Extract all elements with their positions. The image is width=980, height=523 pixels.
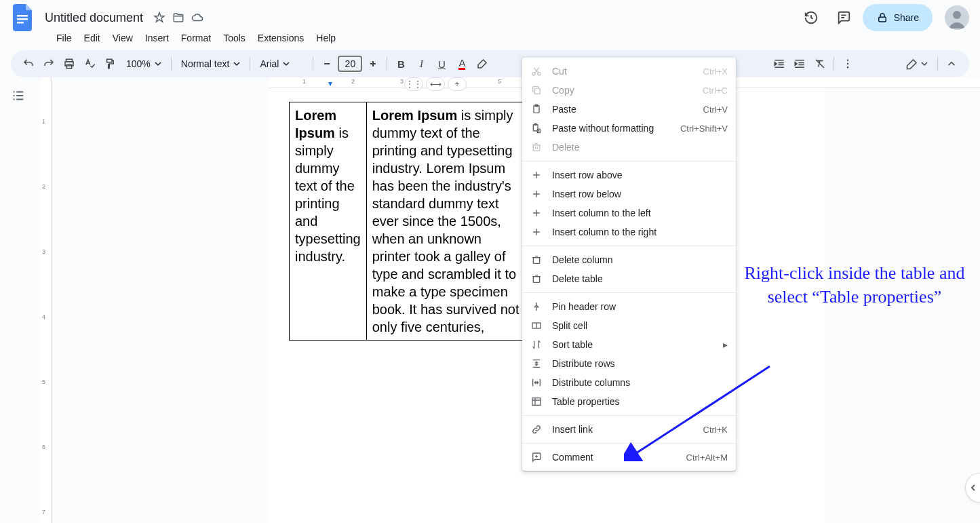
menu-item-pin-header-row[interactable]: Pin header row xyxy=(522,297,736,316)
svg-rect-22 xyxy=(533,277,539,283)
paste-icon xyxy=(530,104,543,115)
clear-format-icon[interactable] xyxy=(810,54,829,73)
plus-icon xyxy=(530,170,543,180)
account-avatar[interactable] xyxy=(945,5,969,30)
bold-icon[interactable]: B xyxy=(391,54,410,73)
menu-item-distribute-rows[interactable]: Distribute rows xyxy=(522,354,736,373)
sort-icon xyxy=(530,339,543,350)
decrease-font-icon[interactable] xyxy=(317,54,336,73)
font-select[interactable]: Arial xyxy=(254,58,309,69)
comments-icon[interactable] xyxy=(830,4,857,31)
svg-rect-15 xyxy=(534,88,540,94)
menu-tools[interactable]: Tools xyxy=(218,30,250,46)
delete-icon xyxy=(530,142,543,153)
document-title[interactable]: Untitled document xyxy=(41,9,147,26)
dist-col-icon xyxy=(530,377,543,388)
pin-icon xyxy=(530,301,543,312)
svg-point-12 xyxy=(847,66,848,68)
svg-point-11 xyxy=(847,63,848,64)
svg-rect-0 xyxy=(17,15,28,17)
svg-point-10 xyxy=(847,60,848,61)
underline-icon[interactable]: U xyxy=(432,54,451,73)
paint-format-icon[interactable] xyxy=(100,54,119,73)
menu-item-paste-without-formatting[interactable]: Paste without formattingCtrl+Shift+V xyxy=(522,119,736,138)
trash-icon xyxy=(530,273,543,284)
menu-item-paste[interactable]: PasteCtrl+V xyxy=(522,100,736,119)
table-cell[interactable]: Lorem Ipsum is simply dummy text of the … xyxy=(366,102,526,341)
table-add-icon[interactable]: + xyxy=(448,77,467,91)
menu-item-distribute-columns[interactable]: Distribute columns xyxy=(522,373,736,392)
menu-file[interactable]: File xyxy=(52,30,77,46)
comment-icon xyxy=(530,452,543,463)
docs-logo[interactable] xyxy=(11,5,35,30)
cloud-icon[interactable] xyxy=(191,11,204,24)
menu-item-insert-link[interactable]: Insert linkCtrl+K xyxy=(522,420,736,439)
menu-item-insert-row-below[interactable]: Insert row below xyxy=(522,185,736,204)
redo-icon[interactable] xyxy=(39,54,58,73)
menu-bar: FileEditViewInsertFormatToolsExtensionsH… xyxy=(11,30,969,50)
link-icon xyxy=(530,424,543,435)
menu-item-table-properties[interactable]: Table properties xyxy=(522,392,736,411)
svg-point-5 xyxy=(953,11,961,19)
menu-item-delete: Delete xyxy=(522,138,736,157)
history-icon[interactable] xyxy=(798,4,825,31)
menu-format[interactable]: Format xyxy=(176,30,216,46)
menu-item-delete-column[interactable]: Delete column xyxy=(522,250,736,269)
print-icon[interactable] xyxy=(60,54,79,73)
move-icon[interactable] xyxy=(172,11,185,24)
menu-extensions[interactable]: Extensions xyxy=(253,30,309,46)
highlight-icon[interactable] xyxy=(473,54,492,73)
outline-icon[interactable] xyxy=(11,88,30,103)
toolbar: 100% Normal text Arial 20 B I U A xyxy=(11,50,969,77)
share-button[interactable]: Share xyxy=(863,4,933,31)
svg-rect-24 xyxy=(532,398,541,406)
menu-item-insert-column-to-the-left[interactable]: Insert column to the left xyxy=(522,204,736,222)
menu-help[interactable]: Help xyxy=(311,30,340,46)
table-drag-icon[interactable]: ⋮⋮ xyxy=(404,77,423,91)
menu-edit[interactable]: Edit xyxy=(79,30,105,46)
zoom-select[interactable]: 100% xyxy=(121,58,167,69)
style-select[interactable]: Normal text xyxy=(176,58,246,69)
menu-insert[interactable]: Insert xyxy=(140,30,174,46)
context-menu: CutCtrl+XCopyCtrl+CPasteCtrl+VPaste with… xyxy=(522,58,736,471)
table-cell[interactable]: Lorem Ipsum is simply dummy text of the … xyxy=(290,102,367,341)
split-icon xyxy=(530,320,543,331)
cut-icon xyxy=(530,66,543,77)
text-color-icon[interactable]: A xyxy=(452,54,471,73)
spellcheck-icon[interactable] xyxy=(80,54,99,73)
svg-rect-9 xyxy=(107,59,113,62)
table-col-left-icon[interactable]: ⟷ xyxy=(426,77,445,91)
svg-rect-2 xyxy=(17,22,24,24)
copy-icon xyxy=(530,85,543,96)
menu-view[interactable]: View xyxy=(108,30,138,46)
collapse-icon[interactable] xyxy=(942,54,961,73)
increase-font-icon[interactable] xyxy=(364,54,383,73)
vertical-ruler: 1234567 xyxy=(41,77,52,523)
menu-item-split-cell[interactable]: Split cell xyxy=(522,316,736,335)
share-label: Share xyxy=(894,12,919,23)
svg-rect-3 xyxy=(878,17,886,22)
menu-item-cut: CutCtrl+X xyxy=(522,62,736,81)
plus-icon xyxy=(530,208,543,218)
font-size-input[interactable]: 20 xyxy=(338,56,362,72)
menu-item-insert-column-to-the-right[interactable]: Insert column to the right xyxy=(522,222,736,241)
menu-item-insert-row-above[interactable]: Insert row above xyxy=(522,166,736,185)
star-icon[interactable] xyxy=(153,11,166,24)
svg-rect-21 xyxy=(533,258,539,264)
plus-icon xyxy=(530,227,543,237)
editing-mode-icon[interactable] xyxy=(901,54,933,73)
indent-decrease-icon[interactable] xyxy=(770,54,789,73)
dist-row-icon xyxy=(530,358,543,369)
undo-icon[interactable] xyxy=(19,54,38,73)
more-icon[interactable] xyxy=(838,54,857,73)
table-row: Lorem Ipsum is simply dummy text of the … xyxy=(290,102,526,341)
svg-rect-20 xyxy=(533,145,539,151)
menu-item-comment[interactable]: CommentCtrl+Alt+M xyxy=(522,448,736,467)
plus-icon xyxy=(530,189,543,199)
indent-increase-icon[interactable] xyxy=(790,54,809,73)
table-props-icon xyxy=(530,396,543,407)
menu-item-delete-table[interactable]: Delete table xyxy=(522,269,736,288)
menu-item-sort-table[interactable]: Sort table▸ xyxy=(522,335,736,354)
document-table[interactable]: Lorem Ipsum is simply dummy text of the … xyxy=(289,102,526,341)
italic-icon[interactable]: I xyxy=(412,54,431,73)
